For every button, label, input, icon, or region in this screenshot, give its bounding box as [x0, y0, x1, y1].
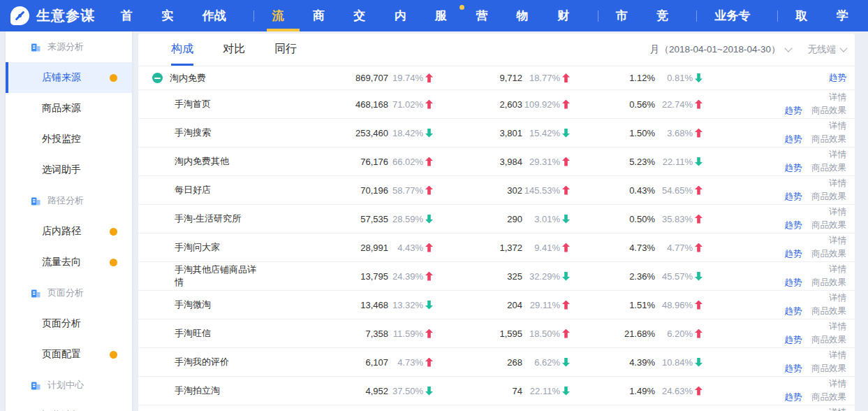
sidebar-section-页面分析[interactable]: 页面分析: [6, 277, 132, 308]
trend-arrow-icon: [562, 73, 570, 82]
trend-link[interactable]: 趋势: [785, 335, 802, 345]
buyers-change: 22.11%: [522, 386, 570, 396]
product-effect-link[interactable]: 商品效果: [811, 363, 846, 373]
sidebar-item-外投监控[interactable]: 外投监控: [6, 124, 132, 154]
nav-item-交易[interactable]: 交易: [347, 0, 382, 31]
product-effect-link[interactable]: 商品效果: [811, 192, 846, 201]
nav-separator: [598, 10, 598, 22]
detail-link[interactable]: 详情: [829, 264, 846, 274]
product-effect-link[interactable]: 商品效果: [811, 249, 846, 259]
trend-arrow-icon: [695, 301, 703, 310]
sidebar-section-计划中心[interactable]: 计划中心: [6, 370, 132, 401]
collapse-toggle-icon[interactable]: [152, 73, 163, 83]
tab-label: 对比: [223, 42, 245, 57]
nav-item-物流[interactable]: 物流: [510, 0, 545, 31]
detail-link[interactable]: 详情: [829, 379, 846, 389]
detail-link[interactable]: 详情: [829, 178, 846, 188]
product-effect-link[interactable]: 商品效果: [811, 220, 846, 230]
nav-item-实时[interactable]: 实时: [155, 0, 190, 31]
product-effect-link[interactable]: 商品效果: [811, 392, 846, 402]
detail-link[interactable]: 详情: [829, 121, 846, 131]
sidebar: 来源分析 店铺来源 商品来源 外投监控 选词助手 路径分析 店内路径 流量去向: [6, 31, 132, 411]
nav-item-营销[interactable]: 营销: [469, 0, 504, 31]
product-effect-link[interactable]: 商品效果: [811, 277, 846, 287]
sidebar-item-页面分析[interactable]: 页面分析: [6, 308, 132, 339]
trend-link[interactable]: 趋势: [785, 163, 802, 173]
nav-item-流量[interactable]: 流量: [265, 0, 300, 31]
nav-item-财务[interactable]: 财务: [551, 0, 586, 31]
nav-item-作战室[interactable]: 作战室: [196, 0, 243, 31]
sidebar-item-商品来源[interactable]: 商品来源: [6, 93, 132, 124]
table-row: 每日好店 70,196 58.77% 302 145.53% 0.43% 54.…: [138, 176, 855, 205]
date-range-select[interactable]: 月（2018-04-01~2018-04-30）: [650, 43, 791, 56]
tab-同行[interactable]: 同行: [274, 34, 297, 66]
detail-link[interactable]: 详情: [829, 236, 846, 245]
trend-link[interactable]: 趋势: [785, 106, 802, 115]
product-effect-link[interactable]: 商品效果: [811, 335, 846, 345]
nav-item-首页[interactable]: 首页: [115, 0, 149, 31]
nav-item-竞争[interactable]: 竞争: [650, 0, 685, 31]
detail-link[interactable]: 详情: [829, 350, 846, 360]
tab-对比[interactable]: 对比: [223, 34, 245, 66]
product-effect-link[interactable]: 商品效果: [811, 163, 846, 173]
brand[interactable]: 生意参谋: [10, 6, 95, 25]
buyers-change: 18.50%: [522, 329, 570, 339]
sidebar-section-路径分析[interactable]: 路径分析: [6, 185, 132, 216]
sidebar-item-店内路径[interactable]: 店内路径: [6, 216, 132, 247]
source-name-cell: 手淘微淘: [138, 298, 325, 311]
product-effect-link[interactable]: 商品效果: [811, 134, 846, 144]
nav-item-服务[interactable]: 服务: [429, 0, 464, 31]
trend-link[interactable]: 趋势: [829, 73, 846, 82]
trend-arrow-icon: [425, 272, 433, 281]
trend-link[interactable]: 趋势: [785, 192, 802, 201]
conversion-change: 3.68%: [655, 128, 703, 138]
source-name: 手淘搜索: [175, 127, 211, 139]
sidebar-item-页面配置[interactable]: 页面配置: [6, 339, 132, 370]
detail-link[interactable]: 详情: [829, 322, 846, 331]
sidebar-section-来源分析[interactable]: 来源分析: [6, 31, 132, 62]
nav-item-业务专区[interactable]: 业务专区: [708, 0, 766, 31]
trend-arrow-icon: [695, 186, 703, 195]
trend-link[interactable]: 趋势: [785, 249, 802, 259]
trend-link[interactable]: 趋势: [785, 306, 802, 316]
conversion-value: 1.49%: [570, 386, 655, 396]
table-row: 手淘拍立淘 4,952 37.50% 74 22.11% 1.49% 24.63…: [138, 377, 855, 405]
trend-arrow-icon: [562, 272, 570, 281]
trend-arrow-icon: [695, 129, 703, 138]
trend-link[interactable]: 趋势: [785, 134, 802, 144]
trend-link[interactable]: 趋势: [785, 220, 802, 230]
detail-link[interactable]: 详情: [829, 408, 846, 411]
source-name: 手淘其他店铺商品详情: [175, 264, 257, 289]
visitors-value: 57,535: [325, 214, 388, 224]
product-effect-link[interactable]: 商品效果: [811, 306, 846, 316]
nav-item-取数[interactable]: 取数: [789, 0, 824, 31]
conversion-value: 21.68%: [570, 329, 655, 339]
sidebar-item-运营计划[interactable]: 运营计划: [6, 401, 132, 411]
source-name: 淘内免费其他: [175, 155, 229, 168]
source-name-cell: 手淘我的评价: [138, 356, 325, 368]
trend-link[interactable]: 趋势: [785, 392, 802, 402]
nav-item-内容[interactable]: 内容: [388, 0, 423, 31]
sycm-logo-icon: [10, 6, 29, 25]
section-header-label: 计划中心: [47, 379, 84, 391]
trend-link[interactable]: 趋势: [785, 363, 802, 373]
trend-link[interactable]: 趋势: [785, 277, 802, 287]
buyers-change: 18.77%: [522, 73, 570, 83]
nav-item-学院[interactable]: 学院: [830, 0, 865, 31]
tab-构成[interactable]: 构成: [171, 34, 193, 66]
source-name-cell: 手淘问大家: [138, 241, 325, 254]
nav-item-市场[interactable]: 市场: [610, 0, 645, 31]
terminal-select[interactable]: 无线端: [808, 43, 847, 56]
nav-separator: [253, 10, 254, 22]
detail-link[interactable]: 详情: [829, 293, 846, 303]
nav-item-商品[interactable]: 商品: [307, 0, 341, 31]
visitors-value: 253,460: [325, 128, 388, 138]
conversion-change: 10.84%: [655, 357, 703, 368]
product-effect-link[interactable]: 商品效果: [811, 106, 846, 115]
sidebar-item-流量去向[interactable]: 流量去向: [6, 247, 132, 277]
detail-link[interactable]: 详情: [829, 150, 846, 159]
detail-link[interactable]: 详情: [829, 207, 846, 217]
sidebar-item-选词助手[interactable]: 选词助手: [6, 154, 132, 185]
detail-link[interactable]: 详情: [829, 92, 846, 102]
sidebar-item-店铺来源[interactable]: 店铺来源: [6, 62, 132, 93]
